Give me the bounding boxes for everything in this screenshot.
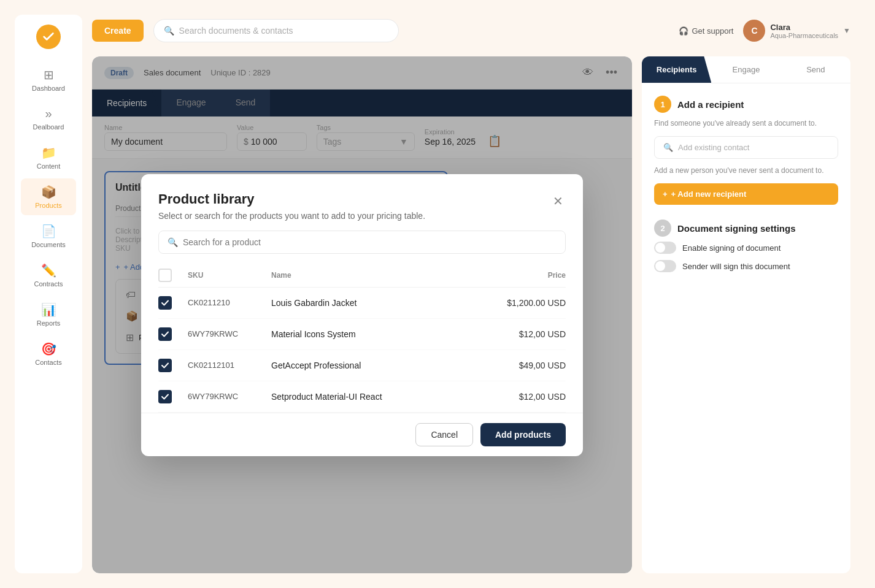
panel-tab-recipients[interactable]: Recipients bbox=[642, 56, 711, 83]
row-checkbox-2[interactable] bbox=[158, 359, 172, 372]
reports-icon: 📊 bbox=[41, 302, 56, 317]
sidebar-item-contacts[interactable]: 🎯 Contacts bbox=[21, 335, 76, 372]
sidebar: ⊞ Dashboard » Dealboard 📁 Content 📦 Prod… bbox=[15, 15, 82, 573]
col-header-sku: SKU bbox=[188, 271, 261, 280]
add-new-recipient-button[interactable]: + + Add new recipient bbox=[654, 183, 838, 205]
search-bar[interactable]: 🔍 Search documents & contacts bbox=[153, 19, 399, 42]
modal-footer: Cancel Add products bbox=[141, 413, 583, 456]
product-library-modal: Product library Select or search for the… bbox=[141, 174, 583, 456]
doc-main: Draft Sales document Unique ID : 2829 👁 … bbox=[92, 56, 632, 573]
documents-icon: 📄 bbox=[41, 224, 56, 239]
row-checkbox-1[interactable] bbox=[158, 327, 172, 341]
recipient-step-num: 1 bbox=[654, 96, 671, 113]
search-icon: 🔍 bbox=[168, 237, 178, 247]
table-header-row: SKU Name Price bbox=[158, 264, 566, 288]
app-logo[interactable] bbox=[36, 25, 61, 49]
row-price-2: $49,00 USD bbox=[486, 361, 566, 370]
row-sku-0: CK0211210 bbox=[188, 298, 261, 307]
modal-title: Product library bbox=[158, 191, 425, 207]
product-search-input[interactable] bbox=[183, 237, 557, 247]
row-name-1: Material Icons System bbox=[271, 329, 476, 339]
table-row: 6WY79KRWC Setproduct Material-UI React $… bbox=[158, 381, 566, 413]
cancel-button[interactable]: Cancel bbox=[415, 423, 473, 446]
sidebar-item-dealboard[interactable]: » Dealboard bbox=[21, 101, 76, 137]
sidebar-item-content[interactable]: 📁 Content bbox=[21, 139, 76, 176]
sidebar-item-dashboard[interactable]: ⊞ Dashboard bbox=[21, 61, 76, 98]
plus-icon: + bbox=[663, 189, 668, 199]
row-price-1: $12,00 USD bbox=[486, 329, 566, 339]
main-content: Create 🔍 Search documents & contacts 🎧 G… bbox=[82, 15, 860, 573]
signing-header: 2 Document signing settings bbox=[654, 220, 838, 237]
enable-signing-label: Enable signing of document bbox=[682, 243, 781, 253]
table-row: 6WY79KRWC Material Icons System $12,00 U… bbox=[158, 319, 566, 350]
add-recipient-section: 1 Add a recipient Find someone you've al… bbox=[654, 96, 838, 205]
col-header-name: Name bbox=[271, 271, 476, 280]
row-sku-2: CK02112101 bbox=[188, 361, 261, 370]
row-price-0: $1,200.00 USD bbox=[486, 298, 566, 308]
col-header-price: Price bbox=[486, 271, 566, 280]
row-price-3: $12,00 USD bbox=[486, 392, 566, 402]
panel-tab-send[interactable]: Send bbox=[781, 56, 850, 83]
table-row: CK0211210 Louis Gabardin Jacket $1,200.0… bbox=[158, 288, 566, 319]
panel-tabs: Recipients Engage Send bbox=[642, 56, 850, 83]
row-sku-3: 6WY79KRWC bbox=[188, 392, 261, 401]
contacts-icon: 🎯 bbox=[41, 342, 56, 356]
modal-header: Product library Select or search for the… bbox=[141, 174, 583, 231]
dashboard-icon: ⊞ bbox=[44, 67, 54, 82]
modal-search: 🔍 bbox=[158, 231, 566, 254]
select-all-checkbox[interactable] bbox=[158, 269, 172, 282]
modal-subtitle: Select or search for the products you wa… bbox=[158, 211, 425, 221]
search-icon: 🔍 bbox=[164, 26, 174, 36]
sender-sign-row: Sender will sign this document bbox=[654, 260, 838, 272]
contracts-icon: ✏️ bbox=[41, 263, 56, 278]
dealboard-icon: » bbox=[45, 107, 52, 121]
doc-area: Draft Sales document Unique ID : 2829 👁 … bbox=[92, 56, 850, 573]
product-rows: CK0211210 Louis Gabardin Jacket $1,200.0… bbox=[158, 288, 566, 413]
sidebar-item-contracts[interactable]: ✏️ Contracts bbox=[21, 257, 76, 294]
row-name-2: GetAccept Professional bbox=[271, 361, 476, 370]
support-button[interactable]: 🎧 Get support bbox=[679, 26, 734, 36]
row-checkbox-3[interactable] bbox=[158, 390, 172, 403]
recipient-desc: Find someone you've already sent a docum… bbox=[654, 118, 838, 129]
sidebar-item-products[interactable]: 📦 Products bbox=[21, 178, 76, 215]
modal-overlay: Product library Select or search for the… bbox=[92, 56, 632, 573]
new-recipient-desc: Add a new person you've never sent a doc… bbox=[654, 165, 838, 176]
sidebar-item-documents[interactable]: 📄 Documents bbox=[21, 218, 76, 254]
content-icon: 📁 bbox=[41, 145, 56, 160]
signing-title: Document signing settings bbox=[677, 223, 796, 234]
sidebar-item-reports[interactable]: 📊 Reports bbox=[21, 296, 76, 333]
panel-tab-engage[interactable]: Engage bbox=[711, 56, 781, 83]
right-panel: Recipients Engage Send 1 Add a recipient… bbox=[642, 56, 850, 573]
add-recipient-header: 1 Add a recipient bbox=[654, 96, 838, 113]
sender-sign-label: Sender will sign this document bbox=[682, 262, 790, 271]
signing-settings-section: 2 Document signing settings Enable signi… bbox=[654, 220, 838, 272]
create-button[interactable]: Create bbox=[92, 20, 144, 42]
row-sku-1: 6WY79KRWC bbox=[188, 329, 261, 338]
user-details: Clara Aqua-Pharmaceuticals bbox=[770, 23, 838, 39]
row-name-3: Setproduct Material-UI React bbox=[271, 392, 476, 402]
modal-close-button[interactable]: ✕ bbox=[550, 191, 566, 211]
topbar-right: 🎧 Get support C Clara Aqua-Pharmaceutica… bbox=[679, 20, 851, 42]
table-row: CK02112101 GetAccept Professional $49,00… bbox=[158, 350, 566, 381]
contact-search[interactable]: 🔍 Add existing contact bbox=[654, 136, 838, 159]
add-products-button[interactable]: Add products bbox=[480, 423, 566, 446]
products-icon: 📦 bbox=[41, 185, 56, 199]
add-recipient-title: Add a recipient bbox=[677, 99, 744, 110]
support-icon: 🎧 bbox=[679, 26, 688, 36]
search-icon: 🔍 bbox=[663, 143, 673, 152]
enable-signing-toggle[interactable] bbox=[654, 242, 676, 254]
avatar: C bbox=[743, 20, 765, 42]
topbar: Create 🔍 Search documents & contacts 🎧 G… bbox=[92, 15, 850, 47]
row-name-0: Louis Gabardin Jacket bbox=[271, 298, 476, 308]
sender-sign-toggle[interactable] bbox=[654, 260, 676, 272]
chevron-down-icon: ▼ bbox=[843, 26, 850, 35]
user-menu[interactable]: C Clara Aqua-Pharmaceuticals ▼ bbox=[743, 20, 850, 42]
enable-signing-row: Enable signing of document bbox=[654, 242, 838, 254]
modal-table: SKU Name Price CK0211210 Louis Gabardin … bbox=[141, 264, 583, 413]
panel-body: 1 Add a recipient Find someone you've al… bbox=[642, 83, 850, 299]
signing-step-num: 2 bbox=[654, 220, 671, 237]
row-checkbox-0[interactable] bbox=[158, 296, 172, 310]
